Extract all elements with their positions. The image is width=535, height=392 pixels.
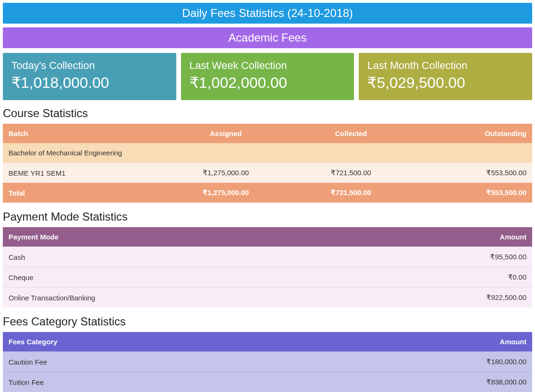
cell-mode: Online Transaction/Banking <box>3 288 350 308</box>
cell-collected: ₹721,500.00 <box>292 163 410 183</box>
table-row: Online Transaction/Banking ₹922,500.00 <box>3 288 532 308</box>
cell-category: Caution Fee <box>3 352 288 372</box>
page-title: Daily Fees Statistics (24-10-2018) <box>182 7 353 19</box>
card-last-month-collection: Last Month Collection ₹5,029,500.00 <box>359 53 532 100</box>
cell-amount: ₹922,500.00 <box>350 288 532 308</box>
course-stats-table: Batch Assigned Collected Outstanding Bac… <box>3 124 532 203</box>
course-group-row: Bachelor of Mechanical Engineering <box>3 143 532 163</box>
course-group-name: Bachelor of Mechanical Engineering <box>3 143 532 163</box>
card-label: Last Week Collection <box>190 60 346 72</box>
table-header-row: Batch Assigned Collected Outstanding <box>3 124 532 143</box>
cell-amount: ₹180,000.00 <box>288 352 532 372</box>
summary-cards: Today's Collection ₹1,018,000.00 Last We… <box>3 53 532 100</box>
cell-category: Tuition Fee <box>3 372 288 392</box>
cell-total-collected: ₹721,500.00 <box>292 183 410 203</box>
cell-amount: ₹838,000.00 <box>288 372 532 392</box>
section-banner-label: Academic Fees <box>228 31 306 44</box>
col-batch: Batch <box>3 124 160 143</box>
col-assigned: Assigned <box>160 124 292 143</box>
payment-stats-title: Payment Mode Statistics <box>3 210 532 223</box>
cell-total-assigned: ₹1,275,000.00 <box>160 183 292 203</box>
table-header-row: Payment Mode Amount <box>3 227 532 247</box>
card-value: ₹5,029,500.00 <box>367 74 524 92</box>
category-stats-table: Fees Category Amount Caution Fee ₹180,00… <box>3 332 532 392</box>
cell-mode: Cheque <box>3 267 350 288</box>
cell-assigned: ₹1,275,000.00 <box>160 163 292 183</box>
course-stats-title: Course Statistics <box>3 107 532 120</box>
cell-total-outstanding: ₹553,500.00 <box>410 183 532 203</box>
cell-outstanding: ₹553,500.00 <box>410 163 532 183</box>
cell-mode: Cash <box>3 247 350 267</box>
table-row: Cash ₹95,500.00 <box>3 247 532 267</box>
table-row: BEME YR1 SEM1 ₹1,275,000.00 ₹721,500.00 … <box>3 163 532 183</box>
table-row: Caution Fee ₹180,000.00 <box>3 352 532 372</box>
cell-batch: BEME YR1 SEM1 <box>3 163 160 183</box>
col-category: Fees Category <box>3 332 288 352</box>
col-outstanding: Outstanding <box>410 124 532 143</box>
table-row: Tuition Fee ₹838,000.00 <box>3 372 532 392</box>
payment-stats-table: Payment Mode Amount Cash ₹95,500.00 Cheq… <box>3 227 532 307</box>
cell-amount: ₹95,500.00 <box>350 247 532 267</box>
card-label: Last Month Collection <box>367 60 524 72</box>
card-last-week-collection: Last Week Collection ₹1,002,000.00 <box>181 53 354 100</box>
category-stats-title: Fees Category Statistics <box>3 315 532 328</box>
section-banner: Academic Fees <box>3 27 532 48</box>
col-mode: Payment Mode <box>3 227 350 247</box>
card-value: ₹1,002,000.00 <box>190 74 346 92</box>
table-header-row: Fees Category Amount <box>3 332 532 352</box>
card-value: ₹1,018,000.00 <box>11 74 168 92</box>
col-amount: Amount <box>288 332 532 352</box>
card-today-collection: Today's Collection ₹1,018,000.00 <box>3 53 176 100</box>
cell-amount: ₹0.00 <box>350 267 532 288</box>
page-title-banner: Daily Fees Statistics (24-10-2018) <box>3 3 532 24</box>
table-row: Cheque ₹0.00 <box>3 267 532 288</box>
cell-total-label: Total <box>3 183 160 203</box>
course-total-row: Total ₹1,275,000.00 ₹721,500.00 ₹553,500… <box>3 183 532 203</box>
col-collected: Collected <box>292 124 410 143</box>
col-amount: Amount <box>350 227 532 247</box>
card-label: Today's Collection <box>11 60 168 72</box>
